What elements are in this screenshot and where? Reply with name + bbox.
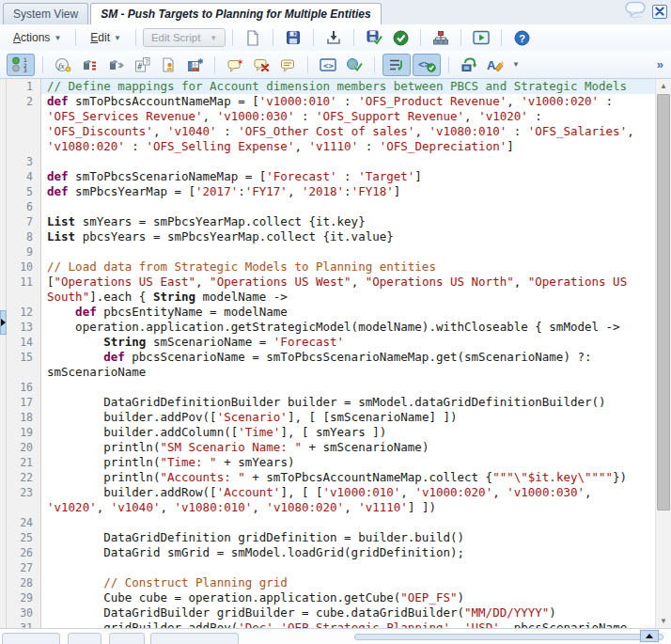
new-script-button[interactable]	[241, 26, 265, 49]
insert-template-button[interactable]	[156, 54, 180, 76]
launch-icon	[473, 30, 490, 45]
divider	[135, 29, 136, 46]
expand-left-panel-button[interactable]	[0, 310, 7, 335]
chevron-down-icon: ▼	[114, 34, 121, 42]
bottom-panel-edge	[0, 628, 671, 644]
chevron-down-icon: ▼	[210, 34, 217, 42]
edit-script-select[interactable]: Edit Script ▼	[143, 28, 226, 47]
divider	[307, 56, 308, 73]
code-line: 14 String smScenarioName = 'Forecast'	[7, 335, 655, 350]
new-script-icon	[245, 30, 260, 46]
code-line: 15 def pbcsScenarioName = smToPbcsScenar…	[7, 350, 655, 380]
insert-function-icon: fx	[55, 57, 71, 72]
code-line: 21 println("Time: " + smYears)	[7, 455, 655, 470]
divider	[448, 56, 449, 73]
edit-menu[interactable]: Edit ▼	[83, 28, 129, 47]
code-line: 30 DataGridBuilder gridBuilder = cube.da…	[7, 605, 655, 620]
code-line: 18 builder.addPov(['Scenario'], [ [smSce…	[7, 410, 655, 425]
insert-template-icon	[161, 57, 176, 72]
validate-syntax-icon	[346, 57, 363, 72]
code-line: 6	[7, 199, 655, 214]
script-toolbar: 1 2 3 fx	[0, 51, 671, 79]
code-line: 5def smPbcsYearMap = ['2017':'FY17', '20…	[7, 184, 655, 199]
syntax-highlight-button[interactable]: <>	[413, 54, 441, 76]
help-button[interactable]: ?	[509, 26, 534, 49]
divider	[374, 56, 375, 73]
code-lines[interactable]: 1// Define mappings for Account dimensio…	[7, 79, 655, 628]
code-line: 19 builder.addColumn(['Time'], [ smYears…	[7, 425, 655, 440]
save-validate-button[interactable]	[362, 26, 386, 49]
code-line: 24	[7, 515, 655, 530]
divider	[75, 29, 76, 46]
code-line: 16	[7, 380, 655, 395]
bottom-stub	[150, 633, 239, 644]
code-line: 2def smToPbcsAccountNameMap = ['v1000:01…	[7, 94, 655, 154]
divider	[501, 29, 502, 46]
toolbar-overflow-button[interactable]: »	[657, 57, 665, 71]
deploy-button[interactable]	[429, 26, 453, 49]
bottom-stub	[2, 633, 60, 644]
code-line: 10// Load data from Strategic Models to …	[7, 259, 655, 275]
svg-text:✶: ✶	[237, 57, 243, 67]
vertical-scrollbar[interactable]: ▲ ▼	[655, 79, 671, 628]
validate-button[interactable]	[388, 26, 413, 49]
remove-comment-button[interactable]	[249, 54, 273, 76]
show-comments-button[interactable]	[275, 54, 300, 76]
member-selector-icon	[82, 57, 98, 72]
actions-menu-label: Actions	[13, 31, 50, 44]
actions-menu[interactable]: Actions ▼	[6, 28, 69, 47]
chevron-down-icon: ▼	[512, 60, 520, 69]
svg-text:<>: <>	[323, 60, 334, 70]
scroll-up-icon[interactable]: ▲	[656, 79, 671, 93]
triangle-up-icon	[646, 634, 653, 638]
line-numbers-icon: 1 2 3	[11, 56, 30, 72]
bottom-splitter-bar[interactable]	[354, 634, 663, 640]
code-line: 31 gridBuilder.addPov('Dec','OEP_Strateg…	[7, 620, 655, 628]
code-line: 20 println("SM Scenario Name: " + smScen…	[7, 440, 655, 455]
launch-button[interactable]	[469, 26, 493, 49]
add-comment-button[interactable]: ✶	[223, 54, 247, 76]
expand-bottom-panel-button[interactable]	[640, 630, 659, 642]
help-icon: ?	[514, 30, 530, 46]
highlighter-button[interactable]: A	[483, 54, 507, 76]
insert-variable-icon: # ?	[134, 57, 150, 72]
scrollbar-thumb[interactable]	[657, 94, 670, 510]
chat-bubble-icon[interactable]	[624, 1, 647, 22]
scrollbar-track[interactable]	[656, 93, 671, 614]
edit-script-label: Edit Script	[151, 32, 200, 43]
close-icon[interactable]	[652, 5, 667, 19]
source-view-button[interactable]: <>	[316, 54, 340, 76]
save-button[interactable]	[281, 26, 305, 49]
find-replace-button[interactable]	[457, 54, 481, 76]
tab-script[interactable]: SM - Push Targets to Planning for Multip…	[90, 3, 382, 24]
svg-text:?: ?	[145, 57, 148, 65]
divider	[214, 56, 215, 73]
insert-member-button[interactable]	[103, 54, 128, 76]
find-replace-icon	[460, 57, 477, 72]
line-numbers-button[interactable]: 1 2 3	[7, 54, 35, 76]
tab-system-view[interactable]: System View	[3, 3, 88, 24]
grid-wizard-button[interactable]: ✱	[182, 54, 207, 76]
member-selector-button[interactable]	[77, 54, 101, 76]
insert-function-button[interactable]: fx	[51, 54, 75, 76]
svg-text:fx: fx	[58, 60, 65, 70]
divider	[232, 29, 233, 46]
validate-icon	[393, 30, 409, 46]
code-line: 17 DataGridDefinitionBuilder builder = s…	[7, 395, 655, 410]
export-button[interactable]	[321, 26, 346, 49]
code-line: 25 DataGridDefinition gridDefinition = b…	[7, 530, 655, 545]
code-line: 23 builder.addRow(['Account'], [ ['v1000…	[7, 485, 655, 515]
code-line: 28 // Construct Planning grid	[7, 575, 655, 590]
save-icon	[286, 30, 301, 45]
chevron-down-icon: ▼	[54, 34, 61, 42]
insert-variable-button[interactable]: # ?	[130, 54, 154, 76]
export-icon	[326, 30, 341, 45]
code-line: 29 Cube cube = operation.application.get…	[7, 590, 655, 605]
validate-syntax-button[interactable]	[342, 54, 367, 76]
highlighter-dropdown[interactable]: ▼	[509, 54, 523, 76]
titlebar-icons	[624, 1, 667, 24]
divider	[313, 29, 314, 46]
wrap-lines-button[interactable]	[382, 54, 411, 76]
show-comments-icon	[280, 57, 295, 72]
scroll-down-icon[interactable]: ▼	[656, 614, 671, 628]
